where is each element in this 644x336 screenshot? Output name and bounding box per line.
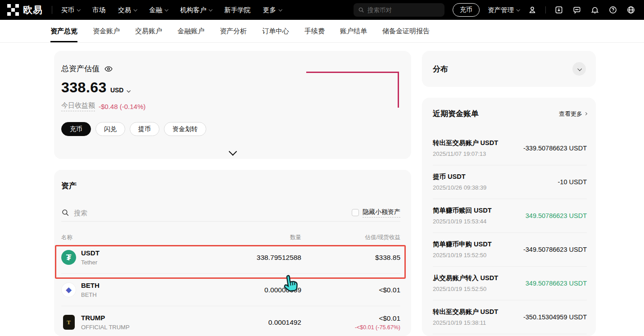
assets-list-card: 资产 隐藏小额资产 名称 数量 估值/现货收益 ₮ USDT [54,170,411,336]
collapse-chevron-icon[interactable] [230,149,236,154]
chevron-down-icon [516,8,520,11]
nav-item[interactable]: 金融 [149,6,168,14]
hide-small-assets-checkbox[interactable] [352,209,359,216]
nav-item[interactable]: 买币 [61,6,80,14]
tab[interactable]: 账户结单 [340,20,367,42]
user-account-icon[interactable] [527,5,537,15]
coin-fullname: Tether [81,259,100,266]
asset-row[interactable]: T TRUMP OFFICIAL TRUMP 0.0001492 <$0.01 … [61,306,400,336]
quick-action-button[interactable]: 闪兑 [95,122,125,136]
transaction-row[interactable]: 转出至交易账户 USDT 2025/11/07 19:07:13 -339.50… [433,132,587,165]
quick-action-button[interactable]: 资金划转 [164,122,206,136]
asset-search-input[interactable] [74,209,209,217]
nav-item[interactable]: 更多 [263,6,281,14]
tab[interactable]: 手续费 [304,20,325,42]
chevron-down-icon [77,8,80,11]
tab[interactable]: 资产分析 [220,20,247,42]
chevron-down-icon [133,8,137,11]
transaction-row[interactable]: 从交易账户转入 USDT 2025/10/19 15:52:50 349.507… [433,266,587,300]
primary-nav: 买币 市场 交易 金融 机构客户 新手学院 更多 [61,6,281,14]
transaction-time: 2025/11/07 19:07:13 [433,150,498,157]
tab[interactable]: 储备金证明报告 [382,20,430,42]
nav-item[interactable]: 交易 [118,6,136,14]
transaction-time: 2025/10/19 15:52:50 [433,252,492,259]
search-icon [61,209,69,217]
eye-toggle-icon[interactable] [104,64,113,73]
transaction-time: 2025/10/19 15:38:11 [433,319,498,326]
coin-amount: 0.0001492 [211,318,301,327]
transaction-amount: -339.50786623 USDT [523,145,587,152]
help-icon[interactable] [608,5,618,15]
transaction-row[interactable]: 简单赚币申购 USDT 2025/10/19 15:52:50 -349.507… [433,232,587,266]
assets-table-body: ₮ USDT Tether 338.79512588 $338.85 ◆ [61,241,400,336]
pair-search-box[interactable] [354,3,444,17]
transaction-amount: 349.50786623 USDT [526,280,587,287]
nav-item[interactable]: 市场 [92,6,105,14]
tab[interactable]: 订单中心 [262,20,289,42]
tab[interactable]: 资金账户 [93,20,120,42]
column-amount: 数量 [211,234,301,241]
notifications-bell-icon[interactable] [590,5,600,15]
coin-icon: ₮ [61,250,76,265]
coin-symbol: BETH [81,282,100,289]
language-globe-icon[interactable] [626,5,636,15]
divider [52,6,52,14]
coin-value: $338.85 [301,254,400,262]
deposit-button[interactable]: 充币 [453,3,480,17]
view-more-link[interactable]: 查看更多 [559,110,587,118]
support-chat-icon[interactable] [572,5,582,15]
search-icon [358,7,364,13]
currency-chevron-icon[interactable] [127,89,131,92]
tab[interactable]: 资产总览 [50,20,77,42]
nav-item[interactable]: 机构客户 [180,6,212,14]
transaction-time: 2025/10/19 15:52:50 [433,286,498,292]
coin-amount: 338.79512588 [211,254,301,262]
expand-distribution-button[interactable] [572,62,586,76]
quick-action-button[interactable]: 提币 [130,122,159,136]
tab[interactable]: 交易账户 [135,20,162,42]
column-value: 估值/现货收益 [301,234,400,241]
transaction-row[interactable]: 从交易账户转入 USDT [433,334,587,336]
asset-row[interactable]: ◆ BETH BETH 0.00000059 <$0.01 [61,273,400,306]
transaction-amount: -349.50786623 USDT [523,246,587,253]
coin-symbol: USDT [81,249,100,257]
today-pnl-label: 今日收益额 [61,101,95,111]
transaction-time: 2025/10/19 15:53:44 [433,218,492,225]
transaction-row[interactable]: 简单赚币赎回 USDT 2025/10/19 15:53:44 349.5078… [433,199,587,232]
transaction-title: 提币 USDT [433,173,486,181]
recent-bills-card: 近期资金账单 查看更多 转出至交易账户 USDT 2025/11/07 19:0… [422,98,596,336]
coin-symbol: TRUMP [81,314,130,322]
quick-actions: 充币闪兑提币资金划转 [61,122,400,136]
quick-action-button[interactable]: 充币 [61,122,91,136]
hide-small-assets-toggle[interactable]: 隐藏小额资产 [352,208,400,218]
download-app-icon[interactable] [554,5,564,15]
okx-logo[interactable]: 欧易 [7,4,43,16]
transaction-title: 从交易账户转入 USDT [433,274,498,282]
transaction-row[interactable]: 提币 USDT 2025/10/26 09:38:39 -10 USDT [433,165,587,199]
assets-table-header: 名称 数量 估值/现货收益 [61,234,400,241]
coin-amount: 0.00000059 [211,286,301,294]
chevron-down-icon [209,8,212,11]
tab[interactable]: 金融账户 [177,20,204,42]
total-assets-title: 总资产估值 [61,64,100,74]
coin-value: <$0.01 [301,286,400,294]
transaction-row[interactable]: 转出至交易账户 USDT 2025/10/19 15:38:11 -350.15… [433,300,587,334]
chevron-down-icon [164,8,168,11]
coin-icon: ◆ [61,282,76,297]
total-assets-card: 总资产估值 338.63 USD 今日收益额 -$0.48 (-0.14%) 充… [54,51,411,159]
transaction-time: 2025/10/26 09:38:39 [433,184,486,191]
transaction-title: 转出至交易账户 USDT [433,308,498,316]
brand-name: 欧易 [23,4,43,16]
chevron-down-icon [278,8,282,11]
asset-row[interactable]: ₮ USDT Tether 338.79512588 $338.85 [61,241,400,273]
asset-management-menu[interactable]: 资产管理 [488,6,519,14]
coin-fullname: BETH [81,291,100,298]
asset-search-box[interactable] [61,209,352,217]
assets-tab-bar: 资产总览 资金账户 交易账户 金融账户 资产分析 订单中心 手续费 账户结单 储… [0,20,644,43]
pair-search-input[interactable] [367,7,440,14]
top-navigation-bar: 欧易 买币 市场 交易 金融 机构客户 新手学院 更多 [0,0,644,20]
transaction-amount: -350.15304959 USDT [523,313,587,321]
okx-logo-icon [7,4,19,16]
nav-item[interactable]: 新手学院 [224,6,250,14]
coin-pnl: -<$0.01 (-75.67%) [301,324,400,331]
